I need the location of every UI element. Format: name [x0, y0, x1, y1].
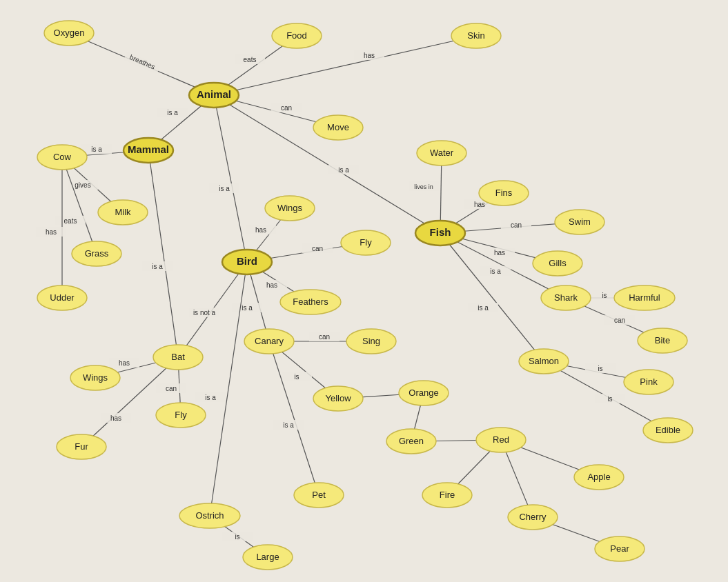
svg-text:Fish: Fish	[430, 226, 451, 238]
svg-text:Oxygen: Oxygen	[54, 28, 85, 38]
svg-text:can: can	[614, 317, 625, 324]
svg-text:has: has	[46, 228, 57, 236]
svg-text:Move: Move	[327, 122, 349, 132]
svg-text:is a: is a	[219, 185, 230, 192]
svg-text:Edible: Edible	[656, 425, 680, 435]
svg-text:can: can	[319, 333, 330, 341]
svg-text:is not a: is not a	[193, 309, 216, 317]
svg-text:Pink: Pink	[640, 377, 658, 387]
svg-text:Large: Large	[256, 552, 279, 562]
svg-text:Salmon: Salmon	[529, 356, 559, 366]
svg-text:has: has	[494, 249, 505, 257]
svg-text:Bite: Bite	[655, 335, 670, 345]
svg-text:gives: gives	[75, 181, 90, 189]
svg-text:is a: is a	[152, 263, 163, 270]
svg-text:Red: Red	[493, 434, 509, 445]
svg-text:Wings: Wings	[277, 203, 303, 213]
svg-text:Mammal: Mammal	[128, 143, 169, 155]
svg-text:can: can	[166, 385, 177, 392]
svg-text:has: has	[266, 281, 277, 289]
svg-text:is: is	[607, 395, 612, 403]
svg-text:Pet: Pet	[312, 490, 326, 500]
svg-text:has: has	[255, 226, 266, 234]
svg-text:is a: is a	[167, 109, 178, 117]
svg-text:is a: is a	[490, 268, 501, 275]
concept-map: breatheseatshascanis ais ais ais agivese…	[0, 0, 728, 582]
svg-text:Feathers: Feathers	[293, 297, 328, 307]
svg-text:Sing: Sing	[362, 336, 380, 346]
svg-text:is: is	[602, 292, 607, 299]
svg-text:Ostrich: Ostrich	[195, 510, 224, 521]
svg-text:Yellow: Yellow	[325, 393, 351, 403]
svg-text:is a: is a	[91, 146, 102, 153]
svg-text:Green: Green	[399, 436, 424, 446]
svg-text:is a: is a	[242, 304, 253, 312]
svg-text:Food: Food	[286, 30, 307, 41]
svg-text:is a: is a	[478, 304, 489, 312]
svg-text:Apple: Apple	[587, 472, 610, 482]
svg-text:Orange: Orange	[409, 388, 438, 398]
svg-text:is a: is a	[283, 421, 294, 429]
svg-text:Swim: Swim	[569, 217, 591, 227]
svg-text:Bird: Bird	[237, 255, 257, 267]
svg-text:Fire: Fire	[440, 490, 455, 500]
svg-text:Cherry: Cherry	[519, 512, 547, 522]
svg-text:Grass: Grass	[85, 248, 109, 259]
svg-text:Canary: Canary	[255, 336, 284, 346]
svg-text:Fly: Fly	[175, 410, 187, 420]
svg-text:Skin: Skin	[467, 30, 484, 41]
svg-text:Harmful: Harmful	[629, 292, 660, 303]
svg-text:can: can	[511, 221, 522, 229]
svg-text:is a: is a	[205, 394, 216, 401]
svg-text:Fins: Fins	[495, 188, 513, 198]
svg-text:has: has	[364, 52, 375, 59]
svg-text:eats: eats	[244, 56, 257, 63]
svg-text:eats: eats	[64, 217, 77, 225]
svg-text:is a: is a	[338, 166, 349, 174]
svg-text:Water: Water	[430, 148, 454, 158]
svg-text:is: is	[235, 533, 239, 541]
svg-text:is: is	[294, 373, 299, 381]
svg-text:Milk: Milk	[115, 207, 131, 217]
svg-text:can: can	[312, 245, 323, 252]
svg-text:Udder: Udder	[50, 292, 75, 303]
svg-text:Pear: Pear	[610, 543, 629, 554]
svg-text:has: has	[110, 414, 121, 422]
svg-text:Animal: Animal	[197, 88, 231, 100]
svg-text:Shark: Shark	[554, 292, 578, 303]
svg-text:has: has	[119, 359, 130, 367]
svg-text:Wings: Wings	[83, 372, 108, 383]
svg-text:lives in: lives in	[414, 183, 433, 190]
svg-text:Fur: Fur	[75, 441, 88, 452]
svg-text:has: has	[474, 201, 485, 208]
svg-text:is: is	[598, 365, 602, 372]
svg-text:can: can	[281, 104, 292, 112]
svg-text:Gills: Gills	[549, 258, 567, 268]
svg-text:Fly: Fly	[360, 237, 372, 248]
svg-text:Cow: Cow	[53, 152, 72, 162]
svg-text:Bat: Bat	[171, 352, 185, 362]
